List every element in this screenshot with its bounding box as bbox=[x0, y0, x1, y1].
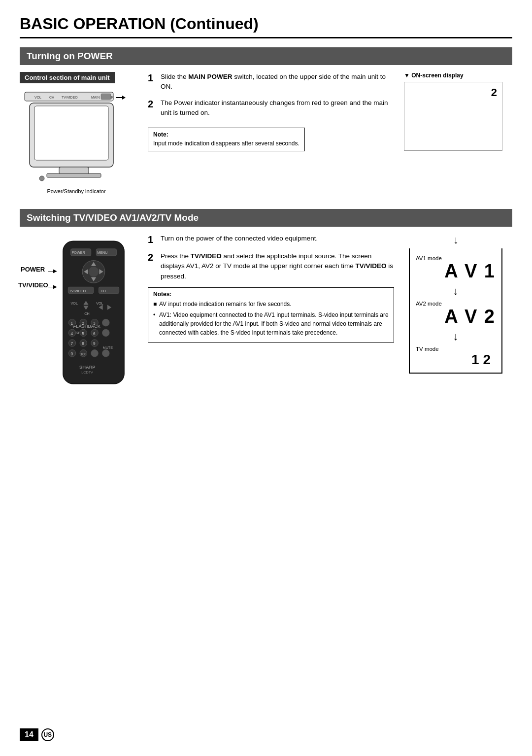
svg-rect-10 bbox=[59, 167, 89, 174]
svg-point-12 bbox=[39, 176, 44, 181]
svg-point-62 bbox=[91, 350, 98, 357]
s2-step1: 1 Turn on the power of the connected vid… bbox=[148, 234, 394, 245]
power-arrow: —▶ bbox=[48, 268, 57, 274]
svg-text:0: 0 bbox=[70, 352, 73, 356]
tv-mode-number: 1 2 bbox=[416, 352, 496, 368]
svg-text:CH: CH bbox=[84, 311, 89, 316]
onscreen-box: 2 bbox=[404, 82, 502, 151]
svg-rect-5 bbox=[101, 94, 111, 100]
note-text: Input mode indication disappears after s… bbox=[153, 139, 299, 148]
page-container: BASIC OPERATION (Continued) Turning on P… bbox=[0, 0, 532, 756]
svg-text:MENU: MENU bbox=[97, 250, 107, 255]
section1-header: Turning on POWER bbox=[20, 47, 512, 65]
svg-text:6: 6 bbox=[93, 332, 96, 336]
av2-section: AV2 mode A V 2 bbox=[416, 301, 496, 327]
step1-text: Slide the MAIN POWER switch, located on … bbox=[161, 72, 394, 92]
section-switching-tv-video: Switching TV/VIDEO AV1/AV2/TV Mode POWER… bbox=[20, 209, 512, 388]
svg-point-63 bbox=[102, 350, 109, 357]
page-circle-us: US bbox=[41, 728, 54, 741]
svg-rect-9 bbox=[34, 106, 108, 160]
s2-step1-num: 1 bbox=[148, 234, 157, 245]
av-arrow-1: ↓ bbox=[416, 285, 496, 298]
svg-text:CH: CH bbox=[49, 96, 54, 99]
svg-text:5: 5 bbox=[82, 332, 84, 336]
svg-text:3: 3 bbox=[93, 321, 96, 326]
page-number: 14 bbox=[20, 728, 38, 741]
svg-text:2: 2 bbox=[82, 321, 84, 326]
av-box: AV1 mode A V 1 ↓ AV2 mode A V 2 ↓ bbox=[409, 248, 502, 374]
note-box: Note: Input mode indication disappears a… bbox=[148, 128, 305, 151]
av1-section: AV1 mode A V 1 bbox=[416, 255, 496, 282]
note-label: Note: bbox=[153, 131, 299, 138]
svg-text:8: 8 bbox=[82, 342, 84, 346]
svg-rect-11 bbox=[47, 173, 101, 177]
s2-step1-text: Turn on the power of the connected video… bbox=[161, 234, 318, 245]
s2-step2: 2 Press the TV/VIDEO and select the appl… bbox=[148, 251, 394, 281]
tv-section: TV mode 1 2 bbox=[416, 346, 496, 368]
av-display: ↓ AV1 mode A V 1 ↓ AV2 mode bbox=[404, 234, 502, 374]
note-item-2: AV1: Video equipment connected to the AV… bbox=[153, 310, 389, 337]
step2-num: 2 bbox=[148, 98, 157, 118]
control-section-label: Control section of main unit bbox=[20, 72, 115, 83]
svg-point-19 bbox=[89, 267, 99, 277]
notes-label: Notes: bbox=[153, 291, 389, 298]
svg-text:4: 4 bbox=[70, 332, 73, 336]
av2-mode-text: A V 2 bbox=[416, 307, 496, 327]
svg-text:VOL: VOL bbox=[70, 301, 77, 306]
notes-box: Notes: AV input mode indication remains … bbox=[148, 287, 394, 343]
svg-text:LCDTV: LCDTV bbox=[81, 370, 93, 375]
svg-text:CH: CH bbox=[100, 289, 105, 293]
onscreen-label: ON-screen display bbox=[404, 72, 512, 79]
av-arrow-2: ↓ bbox=[416, 330, 496, 343]
note-item-1: AV input mode indication remains for fiv… bbox=[153, 300, 389, 309]
section1-content: Control section of main unit VOL CH TV/V… bbox=[20, 72, 512, 194]
svg-marker-7 bbox=[122, 96, 126, 100]
tvvideo-arrow: —▶ bbox=[48, 284, 57, 289]
remote-svg: POWER MENU TV/VIDEO bbox=[54, 239, 133, 386]
svg-point-50 bbox=[102, 329, 109, 336]
top-arrow: ↓ bbox=[453, 234, 502, 246]
svg-text:1: 1 bbox=[70, 321, 73, 326]
svg-text:9: 9 bbox=[93, 342, 96, 346]
section1-middle: 1 Slide the MAIN POWER switch, located o… bbox=[143, 72, 394, 151]
av2-mode-label: AV2 mode bbox=[416, 301, 496, 307]
svg-text:100: 100 bbox=[80, 352, 86, 356]
svg-text:7: 7 bbox=[70, 342, 73, 346]
step2-text: The Power indicator instantaneously chan… bbox=[161, 98, 394, 118]
section2-content: POWER TV/VIDEO —▶ —▶ POWER bbox=[20, 234, 512, 388]
svg-text:VOL: VOL bbox=[34, 96, 41, 99]
svg-point-42 bbox=[102, 319, 109, 326]
svg-text:POWER: POWER bbox=[72, 250, 85, 255]
av1-mode-text: A V 1 bbox=[416, 261, 496, 282]
section1-right: ON-screen display 2 bbox=[404, 72, 512, 151]
remote-container: POWER TV/VIDEO —▶ —▶ POWER bbox=[20, 239, 118, 388]
power-label: POWER bbox=[21, 266, 45, 273]
section1-left: Control section of main unit VOL CH TV/V… bbox=[20, 72, 133, 194]
svg-text:MUTE: MUTE bbox=[103, 345, 113, 350]
onscreen-number: 2 bbox=[491, 86, 497, 99]
tv-illustration: VOL CH TV/VIDEO MAIN POWER bbox=[20, 87, 128, 186]
s2-step2-num: 2 bbox=[148, 251, 157, 281]
step1-num: 1 bbox=[148, 72, 157, 92]
svg-text:TV/VIDEO: TV/VIDEO bbox=[62, 96, 78, 99]
s2-step2-text: Press the TV/VIDEO and select the applic… bbox=[161, 251, 394, 281]
svg-text:TV/VIDEO: TV/VIDEO bbox=[69, 289, 86, 293]
step1: 1 Slide the MAIN POWER switch, located o… bbox=[148, 72, 394, 92]
tv-mode-label: TV mode bbox=[416, 346, 496, 352]
section2-header: Switching TV/VIDEO AV1/AV2/TV Mode bbox=[20, 209, 512, 227]
section2-middle: 1 Turn on the power of the connected vid… bbox=[143, 234, 394, 343]
power-standby-label: Power/Standby indicator bbox=[20, 188, 133, 194]
section2-right: ↓ AV1 mode A V 1 ↓ AV2 mode bbox=[404, 234, 512, 374]
svg-text:SHARP: SHARP bbox=[79, 365, 96, 370]
tvvideo-label: TV/VIDEO bbox=[18, 281, 48, 289]
page-title: BASIC OPERATION (Continued) bbox=[20, 15, 512, 38]
step2: 2 The Power indicator instantaneously ch… bbox=[148, 98, 394, 118]
svg-text:VOL: VOL bbox=[96, 301, 103, 306]
section-turning-on-power: Turning on POWER Control section of main… bbox=[20, 47, 512, 194]
section2-left: POWER TV/VIDEO —▶ —▶ POWER bbox=[20, 234, 133, 388]
svg-marker-6 bbox=[116, 97, 123, 98]
page-footer: 14 US bbox=[20, 728, 54, 741]
